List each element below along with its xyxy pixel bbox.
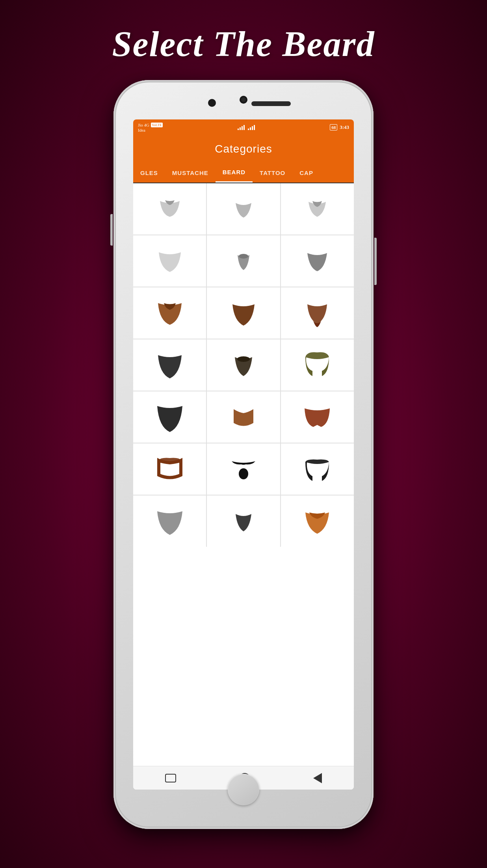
tab-beard[interactable]: BEARD <box>216 163 253 183</box>
svg-point-2 <box>239 468 248 479</box>
beard-item-1[interactable] <box>133 183 206 235</box>
phone-mockup: Jio 4G VoLTE Idea <box>113 80 374 829</box>
beard-item-7[interactable] <box>133 287 206 339</box>
beard-grid <box>133 183 354 547</box>
beard-item-11[interactable] <box>207 339 280 391</box>
beard-item-17[interactable] <box>207 443 280 495</box>
phone-screen: Jio 4G VoLTE Idea <box>133 119 354 790</box>
svg-point-1 <box>237 356 250 362</box>
signal-strength-1 <box>238 125 245 130</box>
beard-svg-3 <box>297 191 337 227</box>
beard-item-16[interactable] <box>133 443 206 495</box>
beard-svg-9 <box>297 295 337 331</box>
beard-svg-10 <box>150 347 190 383</box>
volume-button <box>110 214 113 246</box>
battery-indicator: 68 <box>330 124 337 130</box>
status-right: 68 3:43 <box>330 124 349 130</box>
power-button <box>374 238 377 285</box>
beard-svg-21 <box>297 503 337 539</box>
page-title: Select The Beard <box>112 24 375 64</box>
beard-item-20[interactable] <box>207 495 280 547</box>
beard-svg-20 <box>224 503 263 539</box>
beard-item-19[interactable] <box>133 495 206 547</box>
beard-svg-16 <box>150 451 190 487</box>
beard-item-15[interactable] <box>281 391 354 443</box>
beard-item-10[interactable] <box>133 339 206 391</box>
home-button[interactable] <box>228 774 259 805</box>
beard-item-8[interactable] <box>207 287 280 339</box>
beard-svg-5 <box>224 243 263 279</box>
beard-svg-2 <box>224 191 263 227</box>
status-bar: Jio 4G VoLTE Idea <box>133 119 354 135</box>
tab-gles[interactable]: GLES <box>133 163 165 183</box>
beard-item-21[interactable] <box>281 495 354 547</box>
nav-back-icon[interactable] <box>313 773 322 783</box>
time-display: 3:43 <box>340 124 349 130</box>
beard-svg-8 <box>224 295 263 331</box>
speaker <box>251 101 291 106</box>
beard-item-3[interactable] <box>281 183 354 235</box>
front-camera <box>240 97 247 103</box>
beard-svg-15 <box>297 399 337 435</box>
beard-item-5[interactable] <box>207 235 280 287</box>
beard-item-2[interactable] <box>207 183 280 235</box>
carrier1: Jio 4G VoLTE <box>138 123 163 127</box>
beard-svg-4 <box>150 243 190 279</box>
volte-badge: VoLTE <box>151 123 163 127</box>
tab-cap[interactable]: CAP <box>292 163 320 183</box>
category-tabs: GLES MUSTACHE BEARD TATTOO CAP <box>133 163 354 183</box>
beard-item-6[interactable] <box>281 235 354 287</box>
beard-svg-17 <box>224 451 263 487</box>
beard-item-9[interactable] <box>281 287 354 339</box>
beard-svg-12 <box>297 347 337 383</box>
carrier2: Idea <box>138 128 163 132</box>
signal-strength-2 <box>248 125 255 130</box>
beard-item-12[interactable] <box>281 339 354 391</box>
beard-svg-13 <box>150 399 190 435</box>
secondary-camera <box>208 99 216 107</box>
beard-svg-14 <box>224 399 263 435</box>
beard-svg-18 <box>297 451 337 487</box>
app-header: Categories <box>133 135 354 163</box>
tab-tattoo[interactable]: TATTOO <box>253 163 292 183</box>
nav-square-icon[interactable] <box>165 774 176 782</box>
beard-svg-1 <box>150 191 190 227</box>
tab-mustache[interactable]: MUSTACHE <box>165 163 216 183</box>
beard-svg-6 <box>297 243 337 279</box>
beard-item-4[interactable] <box>133 235 206 287</box>
carrier-info: Jio 4G VoLTE Idea <box>138 123 163 132</box>
phone-shell: Jio 4G VoLTE Idea <box>113 80 374 829</box>
beard-svg-19 <box>150 503 190 539</box>
beard-item-13[interactable] <box>133 391 206 443</box>
app-header-title: Categories <box>215 143 272 155</box>
beard-item-18[interactable] <box>281 443 354 495</box>
beard-svg-7 <box>150 295 190 331</box>
beard-svg-11 <box>224 347 263 383</box>
svg-point-0 <box>239 254 248 259</box>
beard-item-14[interactable] <box>207 391 280 443</box>
